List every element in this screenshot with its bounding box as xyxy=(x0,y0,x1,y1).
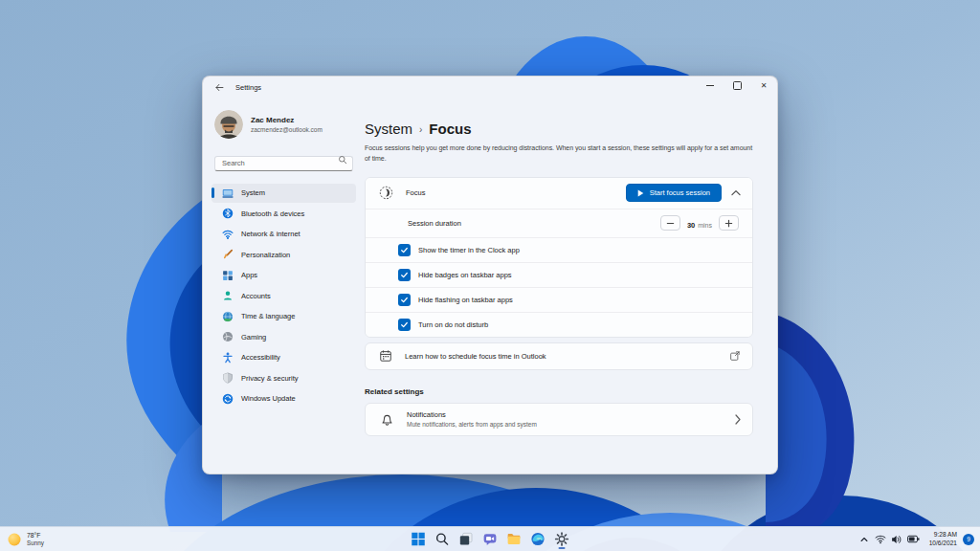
start-focus-session-button[interactable]: Start focus session xyxy=(626,184,722,202)
edge-button[interactable] xyxy=(528,529,548,549)
breadcrumb: System › Focus xyxy=(365,121,753,137)
notifications-title: Notifications xyxy=(407,410,537,419)
play-icon xyxy=(637,189,644,197)
user-profile[interactable]: Zac Mendez zacmendez@outlook.com xyxy=(214,110,365,139)
close-button[interactable]: ✕ xyxy=(750,77,777,95)
search-icon xyxy=(338,155,347,165)
sidebar-item-system[interactable]: System xyxy=(212,184,356,203)
clock-date: 10/6/2021 xyxy=(929,540,957,547)
option-hide-badges-row[interactable]: Hide badges on taskbar apps xyxy=(366,262,752,287)
sidebar-item-time-language[interactable]: Time & language xyxy=(212,307,356,326)
back-arrow-icon xyxy=(214,82,225,93)
bluetooth-icon xyxy=(222,208,234,219)
checkbox-do-not-disturb[interactable] xyxy=(398,319,411,331)
notification-count-badge[interactable]: 9 xyxy=(963,534,974,545)
search-icon xyxy=(435,532,450,546)
edge-icon xyxy=(531,532,546,546)
focus-expander-header[interactable]: Focus Start focus session xyxy=(366,178,752,209)
sidebar-item-accounts[interactable]: Accounts xyxy=(212,286,356,305)
option-show-timer-row[interactable]: Show the timer in the Clock app xyxy=(366,237,752,262)
maximize-icon xyxy=(733,81,742,90)
maximize-button[interactable] xyxy=(724,77,750,95)
sidebar-item-personalization[interactable]: Personalization xyxy=(212,245,356,264)
sidebar-item-apps[interactable]: Apps xyxy=(212,266,356,285)
sidebar: Zac Mendez zacmendez@outlook.com System xyxy=(203,98,365,474)
gaming-icon xyxy=(222,331,234,342)
weather-widget[interactable]: 78°F Sunny xyxy=(7,532,169,547)
notifications-subtitle: Mute notifications, alerts from apps and… xyxy=(407,421,537,428)
minimize-button[interactable] xyxy=(697,77,724,95)
taskbar: 78°F Sunny xyxy=(0,526,980,551)
personalization-icon xyxy=(222,249,234,260)
checkmark-icon xyxy=(400,271,409,279)
chat-button[interactable] xyxy=(480,529,501,549)
increase-duration-button[interactable] xyxy=(719,215,739,231)
tray-overflow-button[interactable] xyxy=(859,535,869,544)
taskbar-search-button[interactable] xyxy=(433,529,453,549)
sun-icon xyxy=(7,532,22,547)
sidebar-item-bluetooth-devices[interactable]: Bluetooth & devices xyxy=(212,204,356,223)
apps-icon xyxy=(222,270,234,281)
caption-buttons: ✕ xyxy=(697,77,777,98)
option-do-not-disturb-row[interactable]: Turn on do not disturb xyxy=(366,312,752,337)
outlook-link-label: Learn how to schedule focus time in Outl… xyxy=(405,352,546,361)
related-settings-header: Related settings xyxy=(365,387,753,396)
sidebar-item-gaming[interactable]: Gaming xyxy=(212,327,356,346)
clock-time: 9:28 AM xyxy=(934,531,957,539)
window-title: Settings xyxy=(235,83,261,92)
file-explorer-button[interactable] xyxy=(504,529,524,549)
search-input[interactable] xyxy=(214,156,353,171)
volume-icon xyxy=(891,534,902,545)
notifications-card[interactable]: Notifications Mute notifications, alerts… xyxy=(365,403,753,436)
page-title: Focus xyxy=(429,121,471,137)
tray-status-icons[interactable] xyxy=(875,533,920,545)
checkbox-hide-badges[interactable] xyxy=(398,269,411,281)
settings-window: Settings ✕ xyxy=(202,76,778,474)
sidebar-nav: System Bluetooth & devices Network & int… xyxy=(212,184,356,408)
session-duration-label: Session duration xyxy=(408,219,461,228)
accounts-icon xyxy=(222,290,234,301)
minus-icon xyxy=(666,219,675,228)
profile-text: Zac Mendez zacmendez@outlook.com xyxy=(251,116,323,133)
bell-icon xyxy=(380,412,394,427)
network-icon xyxy=(222,229,234,240)
sidebar-item-accessibility[interactable]: Accessibility xyxy=(212,348,356,367)
checkbox-show-timer[interactable] xyxy=(398,244,411,256)
start-button[interactable] xyxy=(409,529,429,549)
close-icon: ✕ xyxy=(761,82,768,90)
external-link-icon xyxy=(729,350,741,362)
checkmark-icon xyxy=(400,246,409,254)
windows-update-icon xyxy=(222,393,234,405)
sidebar-item-windows-update[interactable]: Windows Update xyxy=(212,389,356,408)
chevron-up-icon xyxy=(731,189,741,196)
system-tray: 9:28 AM 10/6/2021 9 xyxy=(859,527,974,551)
main-content: System › Focus Focus sessions help you g… xyxy=(365,98,777,474)
page-description: Focus sessions help you get more done by… xyxy=(365,143,759,165)
weather-temp: 78°F xyxy=(27,532,44,540)
notifications-text: Notifications Mute notifications, alerts… xyxy=(407,410,537,428)
task-view-button[interactable] xyxy=(457,529,477,549)
task-view-icon xyxy=(459,532,474,546)
outlook-focus-link-card[interactable]: Learn how to schedule focus time in Outl… xyxy=(365,342,753,370)
wifi-icon xyxy=(875,534,886,545)
duration-stepper: 30mins xyxy=(660,214,739,231)
breadcrumb-system[interactable]: System xyxy=(365,121,412,137)
taskbar-clock[interactable]: 9:28 AM 10/6/2021 xyxy=(929,531,957,546)
checkbox-hide-flashing[interactable] xyxy=(398,294,411,306)
back-button[interactable] xyxy=(207,78,232,96)
checkmark-icon xyxy=(400,320,409,329)
sidebar-item-privacy-security[interactable]: Privacy & security xyxy=(212,368,356,387)
taskbar-app-icons xyxy=(409,527,572,551)
duration-value: 30mins xyxy=(687,214,712,231)
settings-taskbar-button[interactable] xyxy=(552,529,572,549)
chat-icon xyxy=(483,532,498,546)
focus-icon xyxy=(379,186,393,200)
chevron-right-icon xyxy=(735,414,741,425)
file-explorer-icon xyxy=(507,532,522,546)
sidebar-item-network-internet[interactable]: Network & internet xyxy=(212,225,356,244)
decrease-duration-button[interactable] xyxy=(660,215,680,231)
privacy-icon xyxy=(222,372,234,384)
option-hide-flashing-row[interactable]: Hide flashing on taskbar apps xyxy=(366,287,752,312)
weather-text: 78°F Sunny xyxy=(27,532,44,547)
desktop: Settings ✕ xyxy=(0,0,980,551)
